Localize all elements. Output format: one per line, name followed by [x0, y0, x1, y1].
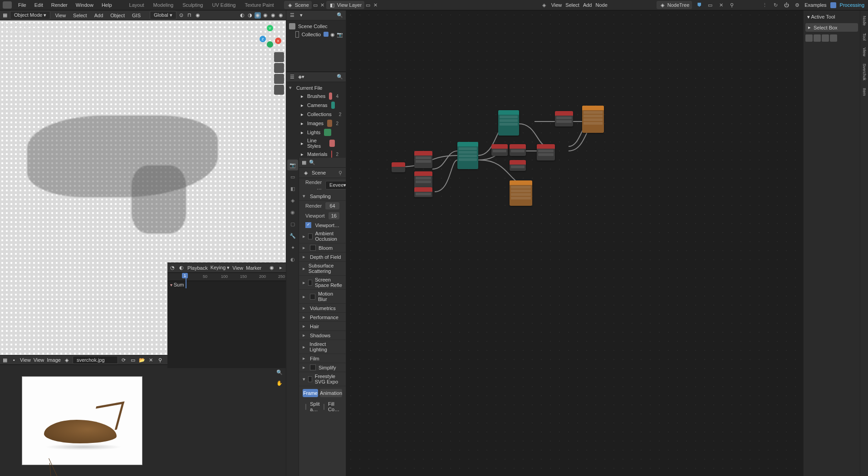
animation-button[interactable]: Animation: [320, 389, 342, 397]
scene-new-icon[interactable]: ▭: [312, 1, 319, 9]
tl-menu-keying[interactable]: Keying ▾: [211, 265, 230, 271]
shading-wire-icon[interactable]: ◉: [255, 12, 261, 19]
timeline-type-icon[interactable]: ◔: [169, 265, 176, 271]
settings-icon[interactable]: ⚙: [794, 1, 801, 9]
sel-extend-icon[interactable]: [814, 34, 821, 42]
perspective-icon[interactable]: [274, 85, 284, 95]
blendfile-tree[interactable]: ▾ Current File ▸ Brushes 4▸ Cameras ▸ Co…: [286, 82, 346, 158]
render-engine-dropdown[interactable]: Eevee▾: [325, 181, 346, 189]
ptab-object[interactable]: ▢: [287, 219, 298, 229]
img-browse-icon[interactable]: ◈: [64, 357, 70, 363]
scene-selector[interactable]: ◈ Scene: [284, 1, 312, 9]
section-dof[interactable]: ▸Depth of Field: [299, 253, 346, 262]
xray-toggle-icon[interactable]: ◑: [247, 12, 253, 19]
section-simplify[interactable]: ▸Simplify: [299, 363, 346, 372]
section-sss[interactable]: ▸Subsurface Scattering: [299, 262, 346, 276]
vp-menu-add[interactable]: Add: [92, 12, 106, 19]
tab-uv[interactable]: UV Editing: [207, 0, 240, 10]
node-editor-canvas[interactable]: [346, 10, 803, 476]
expand-icon[interactable]: ▸: [301, 151, 304, 157]
refresh-icon[interactable]: ↻: [772, 1, 779, 9]
section-film[interactable]: ▸Film: [299, 354, 346, 363]
menu-edit[interactable]: Edit: [31, 1, 47, 9]
shading-render-icon[interactable]: ◉: [278, 12, 284, 19]
ptab-physics[interactable]: ◐: [287, 254, 298, 265]
tree-row-current-file[interactable]: ▾ Current File: [289, 84, 343, 92]
shading-matcap-icon[interactable]: ◉: [270, 12, 276, 19]
tl-menu-playback[interactable]: Playback: [187, 265, 208, 271]
node-viewer-1[interactable]: [510, 180, 532, 206]
section-bloom[interactable]: ▸Bloom: [299, 243, 346, 253]
img-close-icon[interactable]: ✕: [148, 357, 154, 363]
ptab-viewlayer[interactable]: ◧: [287, 183, 298, 194]
section-ssr[interactable]: ▸Screen Space Refle: [299, 276, 346, 290]
node-input-4[interactable]: [414, 187, 432, 197]
vp-menu-gis[interactable]: GIS: [129, 12, 143, 19]
sel-intersect-icon[interactable]: [830, 34, 837, 42]
vp-menu-select[interactable]: Select: [70, 12, 90, 19]
sel-new-icon[interactable]: [805, 34, 813, 42]
vtab-view[interactable]: View: [861, 45, 868, 59]
pin-icon[interactable]: ⚲: [728, 1, 736, 9]
viewport-denoise-checkbox[interactable]: [305, 222, 311, 228]
tl-menu-view[interactable]: View: [232, 265, 243, 271]
vtab-node[interactable]: Node: [861, 13, 868, 29]
section-ao[interactable]: ▸Ambient Occlusion: [299, 229, 346, 243]
shading-solid-icon[interactable]: ◉: [262, 12, 269, 19]
img-refresh-icon[interactable]: ⟳: [121, 357, 127, 363]
dots-icon[interactable]: ⋮: [761, 1, 768, 9]
node-mid-2[interactable]: [510, 144, 526, 156]
section-perf[interactable]: ▸Performance: [299, 313, 346, 322]
file-row[interactable]: ▸ Materials 2: [289, 150, 343, 158]
mb-checkbox[interactable]: [310, 294, 315, 300]
select-tool-row[interactable]: ▸ Select Box: [805, 23, 858, 32]
tree-row-collection[interactable]: Collectio ◉ 📷: [289, 30, 343, 39]
section-sampling[interactable]: ▾Sampling: [299, 192, 346, 201]
hand-tool-icon[interactable]: ✋: [275, 379, 284, 388]
menu-render[interactable]: Render: [48, 1, 71, 9]
section-hair[interactable]: ▸Hair: [299, 322, 346, 331]
outliner-tree[interactable]: Scene Collec Collectio ◉ 📷: [286, 20, 346, 72]
image-editor-canvas[interactable]: 🔍 ✋: [0, 365, 286, 476]
expand-icon[interactable]: ▸: [301, 130, 304, 136]
magnet-icon[interactable]: ⊓: [186, 12, 193, 19]
display-mode-icon[interactable]: ◈▾: [298, 74, 304, 80]
prop-type-icon[interactable]: ▦: [301, 160, 307, 166]
section-vol[interactable]: ▸Volumetrics: [299, 304, 346, 313]
expand-icon[interactable]: ▸: [301, 141, 304, 146]
node-input-3[interactable]: [414, 171, 432, 189]
tab-texture[interactable]: Texture Paint: [240, 0, 278, 10]
expand-icon[interactable]: ▸: [301, 93, 304, 99]
scene-close-icon[interactable]: ✕: [319, 1, 326, 9]
node-viewer-2[interactable]: [582, 106, 604, 133]
ne-menu-add[interactable]: Add: [583, 2, 592, 8]
fill-checkbox[interactable]: [324, 404, 324, 410]
editor-type-icon[interactable]: ▦: [2, 12, 8, 19]
img-menu-view2[interactable]: View: [34, 357, 44, 363]
copy-icon[interactable]: ▭: [706, 1, 714, 9]
eye-icon[interactable]: ◉: [330, 32, 335, 38]
node-mid-3[interactable]: [510, 160, 526, 171]
ne-menu-node[interactable]: Node: [595, 2, 607, 8]
ne-menu-select[interactable]: Select: [565, 2, 579, 8]
img-open-icon[interactable]: 📂: [139, 357, 145, 363]
bloom-checkbox[interactable]: [310, 245, 316, 251]
ptab-scene[interactable]: ◈: [287, 195, 298, 206]
tl-rec-icon[interactable]: ▸: [278, 265, 284, 271]
section-freestyle[interactable]: ▾Freestyle SVG Expo: [299, 372, 346, 386]
layer-close-icon[interactable]: ✕: [372, 1, 379, 9]
file-row[interactable]: ▸ Cameras: [289, 101, 343, 110]
vtab-sverchok[interactable]: Sverchok: [861, 61, 868, 83]
file-row[interactable]: ▸ Lights: [289, 128, 343, 137]
layer-new-icon[interactable]: ▭: [364, 1, 372, 9]
ptab-particles[interactable]: ✦: [287, 242, 298, 253]
tree-row-scene[interactable]: Scene Collec: [289, 22, 343, 30]
frame-button[interactable]: Frame: [303, 389, 318, 397]
img-menu-view[interactable]: View: [20, 357, 31, 363]
node-tree-selector[interactable]: ◈ NodeTree: [657, 1, 692, 9]
pan-icon[interactable]: [274, 63, 284, 73]
ptab-modifiers[interactable]: 🔧: [287, 230, 298, 241]
vtab-item[interactable]: Item: [861, 85, 868, 99]
img-new-icon[interactable]: ▭: [130, 357, 136, 363]
blendfile-type-icon[interactable]: ☰: [289, 74, 295, 80]
